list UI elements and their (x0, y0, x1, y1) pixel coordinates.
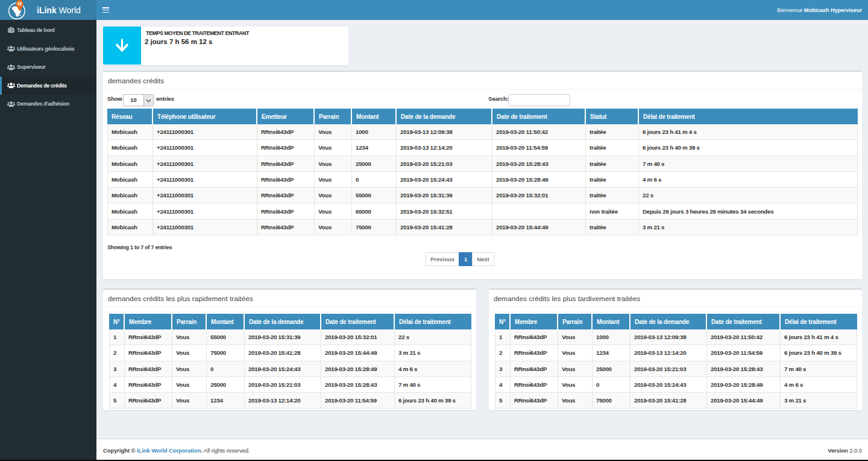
svg-text:$: $ (19, 1, 21, 6)
